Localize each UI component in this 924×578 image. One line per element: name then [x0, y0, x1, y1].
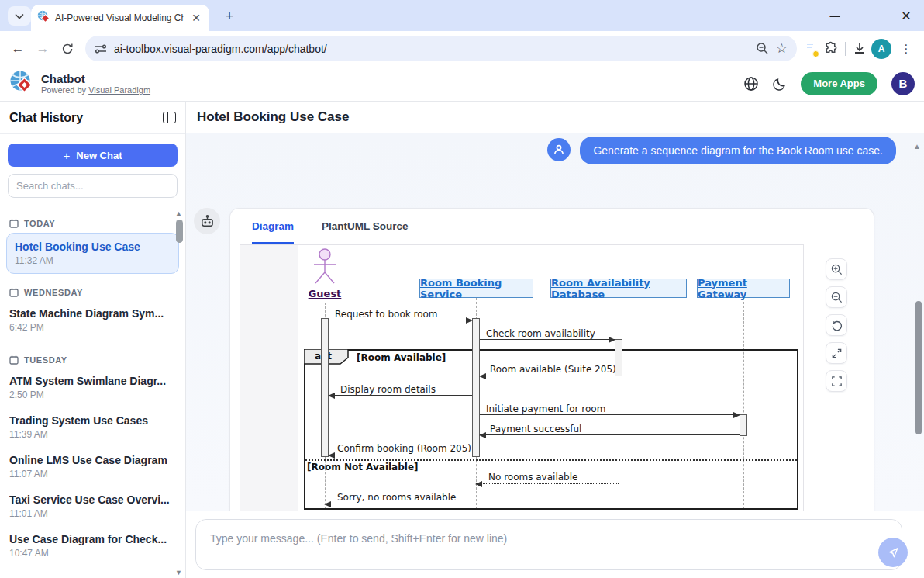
- browser-titlebar: AI-Powered Visual Modeling Ch ✕ + — ✕: [0, 0, 924, 31]
- downloads-icon[interactable]: [853, 42, 867, 56]
- section-header-wednesday: WEDNESDAY: [0, 282, 185, 302]
- composer: [186, 511, 924, 578]
- message-arrow: [480, 339, 615, 340]
- url-text[interactable]: ai-toolbox.visual-paradigm.com/app/chatb…: [114, 43, 749, 55]
- fit-to-screen-button[interactable]: [826, 342, 847, 364]
- activation-payment-gateway: [740, 414, 747, 436]
- chat-scroll-up-icon[interactable]: ▲: [913, 142, 921, 151]
- new-chat-button[interactable]: + New Chat: [8, 144, 178, 167]
- tab-close-icon[interactable]: ✕: [189, 11, 203, 25]
- back-button[interactable]: ←: [8, 39, 28, 59]
- message-input-box[interactable]: [195, 519, 902, 570]
- window-minimize-button[interactable]: —: [817, 0, 853, 31]
- message-arrow: [480, 414, 740, 415]
- browser-window: AI-Powered Visual Modeling Ch ✕ + — ✕ ← …: [0, 0, 924, 578]
- window-close-button[interactable]: ✕: [888, 0, 924, 31]
- calendar-icon: [9, 355, 19, 365]
- chat-history-sidebar: Chat History + New Chat TODAY Hote: [0, 102, 186, 578]
- message-label: Confirm booking (Room 205): [337, 443, 471, 454]
- favicon: [37, 10, 50, 26]
- reading-mode-icon[interactable]: [805, 41, 819, 57]
- browser-tab[interactable]: AI-Powered Visual Modeling Ch ✕: [31, 5, 209, 31]
- more-apps-button[interactable]: More Apps: [801, 72, 877, 95]
- tab-diagram[interactable]: Diagram: [252, 209, 294, 244]
- message-arrow: [480, 376, 615, 376]
- window-maximize-button[interactable]: [853, 0, 888, 31]
- collapse-sidebar-icon[interactable]: [163, 112, 176, 123]
- diagram-viewport[interactable]: alt [Room Available] [Room Not Available…: [240, 244, 804, 511]
- sidebar-scroll-down-icon[interactable]: ▼: [175, 569, 182, 576]
- message-label: Payment successful: [490, 424, 581, 434]
- message-label: No rooms available: [488, 472, 578, 483]
- browser-profile-avatar[interactable]: A: [871, 39, 891, 59]
- chat-item-taxi-service[interactable]: Taxi Service Use Case Overvi... 11:01 AM: [0, 488, 185, 528]
- section-header-tuesday: TUESDAY: [0, 349, 185, 369]
- tab-title: AI-Powered Visual Modeling Ch: [55, 12, 184, 23]
- chat-item-state-machine[interactable]: State Machine Diagram Sym... 6:42 PM: [0, 302, 185, 341]
- zoom-in-button[interactable]: [826, 258, 847, 280]
- browser-toolbar: ← → ai-toolbox.visual-paradigm.com/app/c…: [0, 31, 924, 66]
- chat-item-trading-system[interactable]: Trading System Use Cases 11:39 AM: [0, 409, 185, 448]
- new-tab-button[interactable]: +: [220, 7, 239, 26]
- alt-divider: [305, 459, 797, 461]
- sidebar-scroll-up-icon[interactable]: ▲: [175, 209, 182, 217]
- conversation-title: Hotel Booking Use Case: [186, 102, 924, 133]
- chat-item-use-case-check[interactable]: Use Case Diagram for Check... 10:47 AM: [0, 528, 185, 567]
- zoom-page-icon[interactable]: [756, 42, 769, 55]
- message-label: Request to book room: [335, 309, 438, 320]
- visual-paradigm-link[interactable]: Visual Paradigm: [88, 85, 150, 95]
- dark-mode-moon-icon[interactable]: [773, 77, 787, 91]
- message-arrow: [329, 395, 472, 396]
- reload-button[interactable]: [57, 39, 78, 59]
- chat-item-hotel-booking[interactable]: Hotel Booking Use Case 11:32 AM: [6, 233, 179, 274]
- fullscreen-button[interactable]: [826, 370, 847, 392]
- message-arrow: [329, 320, 472, 320]
- address-bar[interactable]: ai-toolbox.visual-paradigm.com/app/chatb…: [85, 36, 797, 61]
- app-title: Chatbot: [41, 72, 150, 85]
- main-panel: Hotel Booking Use Case Generate a sequen…: [186, 102, 924, 578]
- message-arrow: [476, 483, 619, 484]
- guard-room-available: [Room Available]: [357, 352, 446, 363]
- message-label: Check room availability: [486, 328, 595, 339]
- browser-menu-icon[interactable]: ⋮: [896, 39, 916, 59]
- bookmark-star-icon[interactable]: ☆: [776, 40, 788, 57]
- diagram-controls: [826, 258, 847, 392]
- message-arrow: [329, 455, 472, 455]
- tab-plantuml-source[interactable]: PlantUML Source: [322, 209, 409, 244]
- chat-list: TODAY Hotel Booking Use Case 11:32 AM WE…: [0, 206, 185, 578]
- brand: Chatbot Powered by Visual Paradigm: [9, 70, 150, 98]
- user-avatar[interactable]: B: [891, 72, 915, 95]
- message-input[interactable]: [196, 520, 902, 569]
- tab-search-chevron-icon[interactable]: [8, 6, 31, 26]
- reset-view-button[interactable]: [826, 314, 847, 336]
- forward-button[interactable]: →: [33, 39, 53, 59]
- participant-room-availability-database: Room Availability Database: [550, 279, 687, 298]
- guard-room-not-available: [Room Not Available]: [307, 462, 419, 472]
- plus-icon: +: [64, 149, 71, 162]
- language-globe-icon[interactable]: [743, 76, 759, 92]
- message-arrow: [480, 434, 740, 435]
- site-settings-icon[interactable]: [95, 43, 107, 54]
- calendar-icon: [9, 219, 19, 228]
- chat-item-online-lms[interactable]: Online LMS Use Case Diagram 11:07 AM: [0, 448, 185, 488]
- message-arrow: [325, 504, 472, 504]
- send-button[interactable]: [878, 538, 908, 567]
- diagram-tabs: Diagram PlantUML Source: [230, 209, 874, 244]
- zoom-out-button[interactable]: [826, 286, 847, 308]
- search-chats-input[interactable]: [8, 174, 178, 198]
- section-header-today: TODAY: [0, 213, 185, 233]
- sequence-diagram: alt [Room Available] [Room Not Available…: [298, 245, 804, 511]
- visual-paradigm-logo: [9, 70, 34, 98]
- chat-scrollbar-thumb[interactable]: [915, 301, 922, 434]
- app-subtitle: Powered by Visual Paradigm: [41, 85, 150, 95]
- sidebar-scrollbar-thumb[interactable]: [176, 220, 183, 243]
- send-plane-icon: [887, 546, 900, 559]
- extensions-icon[interactable]: [823, 41, 838, 56]
- message-label: Sorry, no rooms available: [337, 492, 456, 503]
- calendar-icon: [9, 288, 19, 297]
- message-label: Display room details: [340, 384, 436, 395]
- actor-guest-icon: [308, 247, 342, 286]
- chat-item-atm-swimlane[interactable]: ATM System Swimlane Diagr... 2:50 PM: [0, 369, 185, 409]
- actor-guest-label: Guest: [302, 288, 348, 299]
- sidebar-title: Chat History: [9, 111, 83, 125]
